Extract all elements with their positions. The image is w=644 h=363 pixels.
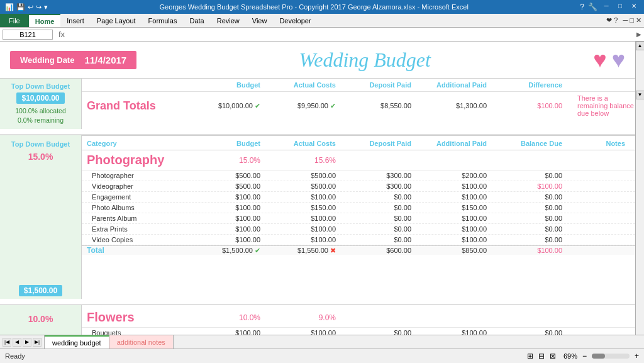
- tab-wedding-budget[interactable]: wedding budget: [45, 335, 109, 349]
- ph-label-2: Engagement: [82, 193, 195, 201]
- tab-formulas[interactable]: Formulas: [142, 14, 184, 27]
- ph-row-videographer: Videographer $500.00 $500.00 $300.00 $10…: [82, 181, 635, 192]
- ph-budget-1: $500.00: [195, 182, 270, 190]
- ribbon-minimize[interactable]: ─ □ ✕: [623, 16, 641, 25]
- ph-total-budget-check: ✔: [255, 247, 260, 254]
- tab-additional-notes[interactable]: additional notes: [109, 335, 174, 349]
- flowers-section: 10.0% $1,000.00 Flowers 10.0% 9.0%: [0, 304, 635, 335]
- ph-balance-5: $0.00: [497, 225, 572, 233]
- status-right: ⊞ ⊟ ⊠ 69% − +: [527, 352, 639, 360]
- view-page-layout-icon[interactable]: ⊟: [538, 352, 545, 360]
- ph-deposit-3: $0.00: [346, 204, 421, 211]
- minimize-button[interactable]: ─: [601, 3, 611, 11]
- tab-last-button[interactable]: ▶|: [33, 338, 42, 347]
- zoom-out-button[interactable]: −: [582, 352, 587, 360]
- fl-balance-0: $0.00: [497, 329, 572, 335]
- ph-balance-4: $0.00: [497, 215, 572, 222]
- scroll-down-button[interactable]: ▼: [636, 91, 645, 99]
- photography-budget-pct: 15.0%: [195, 156, 270, 165]
- gt-actual-check: ✔: [330, 102, 336, 109]
- col-header-notes-grand: [572, 81, 635, 89]
- title-bar-right: ? 🔧 ─ □ ✕: [580, 3, 639, 11]
- quick-access-save[interactable]: 💾: [16, 3, 25, 11]
- customize-qa[interactable]: ▾: [44, 3, 48, 11]
- ph-col-deposit: Deposit Paid: [346, 140, 421, 147]
- restore-button[interactable]: □: [615, 3, 625, 11]
- photography-top-down-label: Top Down Budget: [11, 140, 70, 148]
- vertical-scrollbar[interactable]: ▲ ▼: [635, 42, 644, 335]
- ribbon-toggle[interactable]: 🔧: [588, 3, 597, 11]
- formula-input[interactable]: [70, 31, 635, 38]
- zoom-slider[interactable]: [592, 354, 630, 359]
- view-page-break-icon[interactable]: ⊠: [550, 352, 556, 360]
- photography-col-headers: Category Budget Actual Costs Deposit Pai…: [82, 135, 635, 150]
- status-ready: Ready: [5, 352, 25, 360]
- grand-totals-main: Budget Actual Costs Deposit Paid Additio…: [82, 79, 635, 129]
- help-icon[interactable]: ?: [580, 3, 584, 11]
- tab-insert[interactable]: Insert: [60, 14, 91, 27]
- grand-totals-left-panel: Top Down Budget $10,000.00 100.0% alloca…: [0, 79, 82, 129]
- close-button[interactable]: ✕: [629, 3, 639, 11]
- ph-deposit-5: $0.00: [346, 225, 421, 233]
- scroll-up-button[interactable]: ▲: [636, 42, 645, 50]
- flowers-title-row: Flowers 10.0% 9.0%: [82, 308, 635, 328]
- spreadsheet[interactable]: Wedding Date 11/4/2017 Wedding Budget ♥ …: [0, 42, 635, 335]
- tab-page-layout[interactable]: Page Layout: [91, 14, 142, 27]
- tab-developer[interactable]: Developer: [273, 14, 317, 27]
- tab-review[interactable]: Review: [211, 14, 246, 27]
- fl-deposit-0: $0.00: [346, 329, 421, 335]
- wedding-date-label: Wedding Date: [20, 55, 74, 65]
- photography-title-row: Photography 15.0% 15.6%: [82, 150, 635, 170]
- tab-prev-button[interactable]: ◀: [13, 338, 21, 347]
- status-bar: Ready ⊞ ⊟ ⊠ 69% − +: [0, 349, 644, 363]
- ph-label-0: Photographer: [82, 172, 195, 179]
- tab-next-button[interactable]: ▶: [23, 338, 31, 347]
- flowers-pct: 10.0%: [28, 314, 53, 324]
- wedding-date-value: 11/4/2017: [84, 55, 126, 65]
- ph-budget-2: $100.00: [195, 193, 270, 201]
- fl-additional-0: $100.00: [421, 329, 497, 335]
- wedding-title: Wedding Budget: [136, 48, 593, 72]
- tab-home[interactable]: Home: [29, 14, 61, 27]
- zoom-in-button[interactable]: +: [635, 352, 639, 360]
- flowers-actual-pct: 9.0%: [270, 313, 346, 322]
- allocation-text: 100.0% allocated0.0% remaining: [15, 106, 66, 125]
- quick-access-redo[interactable]: ↪: [36, 3, 42, 11]
- fl-actual-0: $100.00: [270, 329, 346, 335]
- grand-total-row: Grand Totals $10,000.00 ✔ $9,950.00 ✔ $8…: [82, 92, 635, 120]
- quick-access-undo[interactable]: ↩: [28, 3, 33, 11]
- photography-title: Photography: [82, 153, 195, 167]
- wedding-date-box: Wedding Date 11/4/2017: [10, 51, 136, 69]
- col-header-category: [82, 81, 195, 89]
- ph-actual-3: $150.00: [270, 204, 346, 211]
- cell-reference-box[interactable]: [3, 30, 53, 40]
- ph-balance-0: $0.00: [497, 172, 572, 179]
- scroll-right[interactable]: ▶: [636, 31, 641, 38]
- tab-view[interactable]: View: [246, 14, 274, 27]
- formula-bar: fx ▶: [0, 28, 644, 42]
- ph-col-notes: Notes: [572, 140, 635, 147]
- tab-first-button[interactable]: |◀: [3, 338, 11, 347]
- photography-left-panel: Top Down Budget 15.0% $1,500.00: [0, 135, 82, 299]
- ph-additional-6: $100.00: [421, 236, 497, 243]
- gt-note: There is a remaining balance due below: [572, 94, 635, 117]
- ph-additional-3: $150.00: [421, 204, 497, 211]
- formula-divider: fx: [54, 30, 69, 39]
- view-normal-icon[interactable]: ⊞: [527, 352, 533, 360]
- hearts: ♥ ♥: [593, 47, 625, 73]
- gt-actual: $9,950.00 ✔: [270, 102, 346, 110]
- ph-deposit-1: $300.00: [346, 182, 421, 190]
- ph-label-4: Parents Album: [82, 215, 195, 222]
- tab-data[interactable]: Data: [183, 14, 210, 27]
- ph-row-photographer: Photographer $500.00 $500.00 $300.00 $20…: [82, 170, 635, 181]
- gt-budget-check: ✔: [255, 102, 260, 109]
- gt-additional: $1,300.00: [421, 102, 497, 109]
- ph-total-deposit: $600.00: [346, 247, 421, 254]
- help-button[interactable]: ❤ ?: [606, 16, 618, 25]
- excel-body: Wedding Date 11/4/2017 Wedding Budget ♥ …: [0, 42, 644, 335]
- ph-balance-3: $0.00: [497, 204, 572, 211]
- tab-file[interactable]: File: [0, 14, 29, 27]
- ph-deposit-6: $0.00: [346, 236, 421, 243]
- ph-balance-1: $100.00: [497, 182, 572, 190]
- ph-label-1: Videographer: [82, 182, 195, 190]
